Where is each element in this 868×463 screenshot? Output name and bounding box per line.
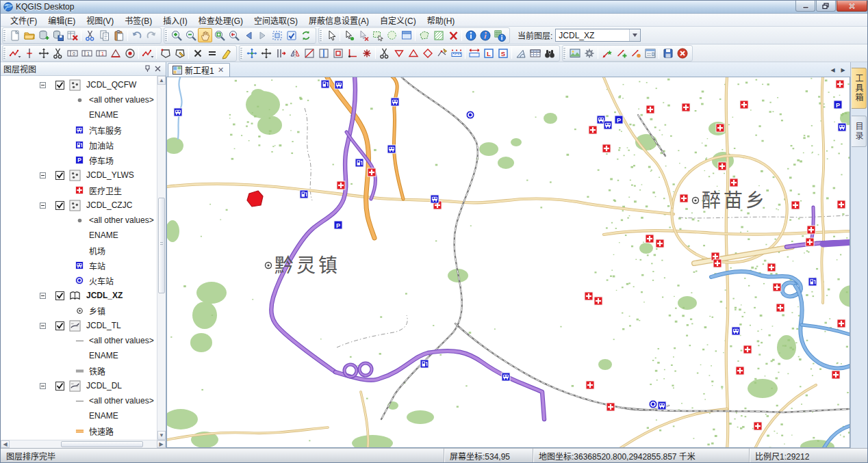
tool-seg-2-button[interactable]: 1 [94,46,108,60]
tool-pan-button[interactable] [198,28,212,42]
tool-cut-button[interactable] [83,28,97,42]
tool-new-file-button[interactable] [8,28,22,42]
expander-icon[interactable] [40,383,46,389]
tree-horizontal-scrollbar[interactable]: ◀ ▶ [1,440,166,448]
pin-icon[interactable] [142,64,153,74]
legend-item[interactable]: ENAME [1,348,157,363]
tool-info-grid-button[interactable] [492,28,507,42]
tool-tri-down-button[interactable] [392,46,406,60]
tool-ruler-arrow-button[interactable] [467,46,481,60]
side-tab-工具箱[interactable]: 工具箱 [852,68,867,109]
tool-deselect-button[interactable] [356,28,370,42]
tool-move-cross-button[interactable] [36,46,51,60]
tab-scroll-left-icon[interactable]: ◀ [828,65,837,75]
tool-box-split-button[interactable] [316,46,331,60]
layer-row-JCDL_QCFW[interactable]: JCDL_QCFW [1,77,157,92]
close-panel-icon[interactable] [153,64,163,74]
tree-vertical-scrollbar[interactable]: ▲ ▼ [157,76,166,440]
title-bar[interactable]: KQGIS Desktop [1,1,867,14]
tool-db-save-button[interactable] [51,28,65,42]
legend-item[interactable]: <all other values> [1,213,157,228]
tool-info-edit-button[interactable] [478,28,492,42]
layer-visibility-checkbox[interactable] [55,321,64,330]
toolbar-grip[interactable] [165,30,168,41]
tool-equals-button[interactable] [205,46,219,60]
tool-zoom-extent-button[interactable] [270,28,284,42]
layer-row-JCDL_TL[interactable]: JCDL_TL [1,318,157,333]
tool-record-button[interactable] [123,46,137,60]
tool-explode-button[interactable] [359,46,374,60]
layer-visibility-checkbox[interactable] [55,382,64,391]
expander-icon[interactable] [40,323,46,329]
tool-move-blue-button[interactable] [244,46,259,60]
legend-item[interactable]: ENAME [1,228,157,243]
layer-visibility-checkbox[interactable] [55,81,64,90]
layer-row-JCDL_XZ[interactable]: JCDL_XZ [1,288,157,303]
tool-angle-l-button[interactable] [345,46,359,60]
tool-attr-form-button[interactable] [643,46,657,60]
tool-mirror-button[interactable] [288,46,302,60]
current-layer-combobox[interactable]: JCDL_XZ [555,29,641,42]
tool-copy-par-button[interactable] [273,46,288,60]
tool-vtx-add-button[interactable] [614,46,628,60]
menu-检查处理G[interactable]: 检查处理(G) [193,13,248,27]
tool-gear-button[interactable] [582,46,596,60]
menu-插入I[interactable]: 插入(I) [157,13,192,27]
tool-sketch-button[interactable] [8,46,22,60]
vertical-scroll-thumb[interactable] [158,198,165,293]
tool-nav-forward-button[interactable] [255,28,270,42]
tool-binoculars-button[interactable] [542,46,557,60]
tool-sketch-button[interactable] [140,46,155,60]
tool-box-diag-button[interactable] [302,46,316,60]
menu-编辑E[interactable]: 编辑(E) [42,13,81,27]
expander-icon[interactable] [40,202,46,209]
tool-select-point-button[interactable] [342,28,356,42]
tool-poly-draw-button[interactable] [158,46,173,60]
expander-icon[interactable] [40,82,46,88]
tool-refresh-button[interactable] [298,28,313,42]
scroll-left-icon[interactable]: ◀ [1,440,10,448]
menu-文件F[interactable]: 文件(F) [5,13,42,27]
scroll-up-icon[interactable]: ▲ [157,76,166,85]
tool-del-x-button[interactable] [190,46,205,60]
minimize-button[interactable] [795,1,815,12]
tool-zoom-out-button[interactable] [183,28,198,42]
tool-move-cross-button[interactable] [259,46,273,60]
tool-select-rect-button[interactable] [370,28,385,42]
tool-seg-0-button[interactable]: 0 [65,46,79,60]
legend-item[interactable]: P停车场 [1,153,157,168]
legend-item[interactable]: 机场 [1,243,157,258]
menu-书签B[interactable]: 书签(B) [119,13,157,27]
tool-trace-tri-button[interactable] [108,46,123,60]
toolbar-grip[interactable] [563,48,566,59]
tool-zoom-full-button[interactable] [212,28,227,42]
tool-split-line-button[interactable] [22,46,36,60]
tab-map-project[interactable]: 新工程1 ✕ [168,63,230,77]
layer-visibility-checkbox[interactable] [55,201,64,210]
tool-pointer-button[interactable] [324,28,338,42]
tool-hl-pen-button[interactable] [219,46,233,60]
tool-stop-edit-button[interactable] [675,46,689,60]
legend-item[interactable]: 汽车服务 [1,122,157,137]
expander-icon[interactable] [40,293,46,299]
tool-cut-x-button[interactable] [377,46,392,60]
legend-item[interactable]: 车站 [1,258,157,273]
toolbar-grip[interactable] [3,48,6,59]
layer-row-JCDL_YLWS[interactable]: JCDL_YLWS [1,168,157,183]
tool-zoom-in-button[interactable] [169,28,183,42]
tool-grid-table-button[interactable] [528,46,542,60]
chevron-down-icon[interactable] [629,29,640,41]
restore-button[interactable] [816,1,836,12]
tool-select-circle-button[interactable] [385,28,399,42]
tool-protractor-button[interactable] [513,46,528,60]
legend-item[interactable]: 火车站 [1,273,157,288]
tool-copy-button[interactable] [97,28,112,42]
tool-vertex-pen-button[interactable] [435,46,449,60]
tool-clear-selection-button[interactable] [446,28,460,42]
legend-item[interactable]: 加油站 [1,137,157,153]
toolbar-grip[interactable] [3,30,6,41]
menu-屏蔽信息设置A[interactable]: 屏蔽信息设置(A) [303,13,374,27]
legend-item[interactable]: ENAME [1,107,157,122]
tool-info-button[interactable] [463,28,478,42]
tool-tri-up-button[interactable] [406,46,420,60]
